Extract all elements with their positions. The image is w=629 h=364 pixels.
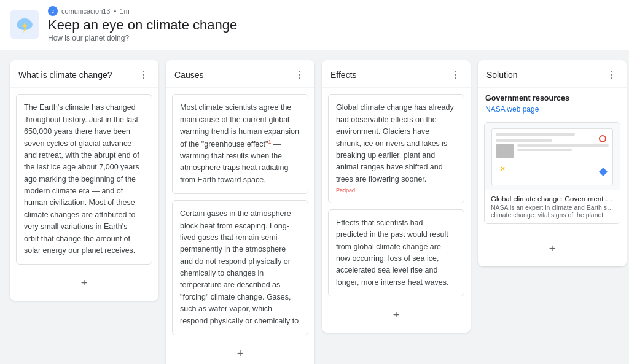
preview-lines xyxy=(517,144,609,158)
solution-section-title: Government resources xyxy=(485,94,619,103)
card-effects-2-text: Effects that scientists had predicted in… xyxy=(336,217,456,288)
nasa-card-desc1: NASA is an expert in climate and Earth s… xyxy=(491,204,614,211)
column-causes-title: Causes xyxy=(174,70,203,80)
column-what: What is climate change? ⋮ The Earth's cl… xyxy=(10,60,158,301)
nasa-link[interactable]: NASA web page xyxy=(485,105,619,114)
column-what-add[interactable]: + xyxy=(10,269,158,297)
nasa-card-info: Global climate change: Government res… N… xyxy=(485,190,620,223)
header-text-block: c comunicacion13 • 1m Keep an eye on cli… xyxy=(48,6,237,42)
card-causes-1-text: Most climate scientists agree the main c… xyxy=(180,102,300,186)
column-effects-menu[interactable]: ⋮ xyxy=(448,69,463,81)
solution-gov-section: Government resources NASA web page xyxy=(478,88,627,122)
superscript-1: 1 xyxy=(268,139,271,145)
padpad-label: Padpad xyxy=(336,187,456,195)
column-solution: Solution ⋮ Government resources NASA web… xyxy=(478,60,627,266)
column-causes-menu[interactable]: ⋮ xyxy=(292,69,307,81)
preview-line-1 xyxy=(517,144,609,147)
column-effects: Effects ⋮ Global climate change has alre… xyxy=(322,60,471,333)
preview-bar-1 xyxy=(496,133,575,136)
page-header: c comunicacion13 • 1m Keep an eye on cli… xyxy=(0,0,629,50)
preview-inner: × xyxy=(491,128,613,186)
app-icon xyxy=(10,10,39,39)
page-subtitle: How is our planet doing? xyxy=(48,34,237,42)
card-causes-2: Certain gases in the atmosphere block he… xyxy=(172,200,308,335)
column-effects-header: Effects ⋮ xyxy=(322,60,471,88)
nasa-card-title: Global climate change: Government res… xyxy=(491,195,614,203)
preview-line-2 xyxy=(517,149,572,151)
preview-x-icon: × xyxy=(501,165,505,172)
header-meta: c comunicacion13 • 1m xyxy=(48,6,237,16)
page-title: Keep an eye on climate change xyxy=(48,17,237,33)
column-solution-header: Solution ⋮ xyxy=(478,60,627,88)
column-effects-add[interactable]: + xyxy=(322,301,471,329)
nasa-card-preview: × xyxy=(485,123,620,190)
column-causes: Causes ⋮ Most climate scientists agree t… xyxy=(166,60,314,364)
card-what-1-text: The Earth's climate has changed througho… xyxy=(24,102,144,257)
user-avatar: c xyxy=(48,6,58,16)
card-effects-1: Global climate change has already had ob… xyxy=(328,94,464,203)
user-name: comunicacion13 xyxy=(61,7,111,15)
column-effects-title: Effects xyxy=(330,70,357,80)
column-what-menu[interactable]: ⋮ xyxy=(136,69,151,81)
column-solution-title: Solution xyxy=(486,70,518,80)
card-what-1: The Earth's climate has changed througho… xyxy=(16,94,152,265)
kanban-board: What is climate change? ⋮ The Earth's cl… xyxy=(0,50,629,364)
card-causes-2-text: Certain gases in the atmosphere block he… xyxy=(180,208,300,327)
time-ago: • xyxy=(114,7,117,15)
column-causes-header: Causes ⋮ xyxy=(166,60,314,88)
card-effects-1-text: Global climate change has already had ob… xyxy=(336,102,456,185)
nasa-card-desc2: climate change: vital signs of the plane… xyxy=(491,211,614,219)
column-solution-add[interactable]: + xyxy=(478,235,627,263)
column-what-title: What is climate change? xyxy=(18,70,112,80)
preview-bar-2 xyxy=(496,139,552,142)
card-effects-2: Effects that scientists had predicted in… xyxy=(328,209,464,296)
preview-diamond-icon xyxy=(599,168,608,176)
preview-circle-icon xyxy=(599,135,606,142)
preview-row xyxy=(496,144,609,158)
preview-image xyxy=(496,144,514,158)
column-causes-add[interactable]: + xyxy=(166,340,314,364)
nasa-card[interactable]: × Global climate change: Government res…… xyxy=(484,122,620,224)
column-solution-menu[interactable]: ⋮ xyxy=(604,69,619,81)
time-ago-label: 1m xyxy=(120,7,129,15)
card-causes-1: Most climate scientists agree the main c… xyxy=(172,94,308,194)
column-what-header: What is climate change? ⋮ xyxy=(10,60,158,88)
